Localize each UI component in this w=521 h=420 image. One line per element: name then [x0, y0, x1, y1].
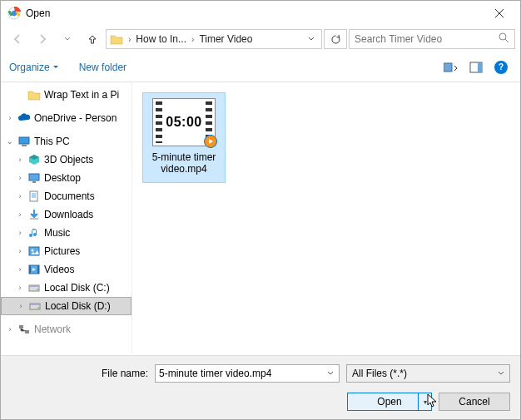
back-button[interactable]	[6, 29, 29, 49]
chevron-right-icon: ›	[191, 35, 194, 44]
window-title: Open	[26, 7, 482, 19]
search-icon	[499, 32, 509, 46]
onedrive-icon	[17, 111, 31, 125]
expand-icon[interactable]: ›	[16, 284, 24, 292]
pics-icon	[27, 245, 41, 258]
folder-icon	[110, 32, 123, 46]
tree-item[interactable]: ›Documents	[1, 187, 131, 205]
main-area: Wrap Text in a Pi›OneDrive - Person⌄This…	[1, 82, 520, 353]
tree-item[interactable]: ›OneDrive - Person	[1, 109, 131, 127]
music-icon	[27, 226, 41, 240]
filename-input[interactable]	[159, 368, 325, 379]
tree-item[interactable]: ›Downloads	[1, 205, 131, 224]
svg-rect-20	[30, 304, 40, 305]
view-button[interactable]	[440, 58, 462, 77]
expand-icon[interactable]: ›	[16, 247, 24, 255]
tree-item[interactable]: ›Local Disk (C:)	[1, 279, 131, 297]
search-input[interactable]	[355, 33, 499, 45]
svg-rect-22	[19, 325, 23, 329]
tree-label: Local Disk (C:)	[44, 282, 110, 294]
svg-rect-6	[19, 137, 29, 144]
tree-label: Videos	[44, 264, 74, 275]
file-thumbnail: 05:00	[152, 98, 216, 146]
disk-icon	[27, 281, 41, 294]
tree-item[interactable]: ›Local Disk (D:)	[1, 297, 131, 315]
breadcrumb-seg-1[interactable]: Timer Video	[199, 33, 252, 45]
svg-rect-15	[37, 265, 39, 274]
svg-point-21	[37, 307, 39, 309]
forward-button[interactable]	[31, 29, 54, 49]
close-button[interactable]	[482, 2, 517, 25]
tree-item[interactable]: ›Music	[1, 224, 131, 242]
tree-item[interactable]: ›Network	[1, 320, 131, 338]
search-box[interactable]	[349, 29, 515, 49]
svg-point-2	[499, 33, 506, 40]
cursor-icon	[427, 393, 439, 411]
chevron-right-icon: ›	[128, 35, 131, 44]
svg-rect-3	[444, 63, 452, 72]
expand-icon[interactable]: ›	[16, 156, 24, 164]
address-dropdown[interactable]	[305, 33, 318, 45]
expand-icon[interactable]: ›	[16, 192, 24, 200]
nav-tree[interactable]: Wrap Text in a Pi›OneDrive - Person⌄This…	[1, 82, 132, 353]
pc-icon	[17, 135, 31, 148]
expand-icon[interactable]: ›	[6, 114, 14, 122]
tree-item[interactable]: ›Pictures	[1, 242, 131, 260]
up-button[interactable]	[81, 29, 104, 49]
svg-point-12	[32, 250, 34, 252]
filename-label: File name:	[11, 368, 148, 379]
tree-label: OneDrive - Person	[34, 112, 117, 124]
tree-item[interactable]: ›Videos	[1, 260, 131, 279]
expand-icon[interactable]: ›	[16, 265, 24, 274]
recent-dropdown[interactable]	[56, 29, 79, 49]
new-folder-button[interactable]: New folder	[79, 62, 127, 73]
tree-label: Downloads	[44, 209, 93, 220]
organize-label: Organize	[9, 62, 50, 73]
tree-label: Music	[44, 227, 70, 239]
organize-menu[interactable]: Organize	[9, 62, 59, 73]
tree-label: Desktop	[44, 172, 81, 184]
tree-label: Pictures	[44, 245, 80, 257]
net-icon	[17, 323, 31, 336]
svg-rect-7	[22, 145, 27, 146]
svg-point-18	[37, 289, 38, 290]
tree-item[interactable]: ›Desktop	[1, 169, 131, 187]
expand-icon[interactable]: ›	[6, 325, 14, 334]
cancel-button[interactable]: Cancel	[439, 393, 510, 411]
nav-toolbar: › How to In... › Timer Video	[1, 26, 520, 52]
folder-icon	[27, 88, 41, 101]
file-type-filter[interactable]: All Files (*.*)	[346, 364, 510, 383]
open-label: Open	[377, 396, 401, 408]
expand-icon[interactable]: ›	[16, 229, 24, 237]
command-toolbar: Organize New folder ?	[1, 52, 520, 82]
filename-dropdown[interactable]	[325, 368, 335, 379]
svg-rect-17	[29, 285, 39, 287]
3d-icon	[27, 153, 41, 166]
expand-icon[interactable]: ›	[17, 302, 25, 310]
expand-icon[interactable]: ›	[16, 210, 24, 219]
file-name-label: 5-minute timer video.mp4	[146, 151, 221, 175]
help-button[interactable]: ?	[490, 58, 512, 77]
titlebar: Open	[1, 1, 520, 26]
bottom-panel: File name: All Files (*.*) Open ▾ Cancel	[1, 355, 520, 419]
expand-icon[interactable]: ›	[16, 174, 24, 182]
expand-icon[interactable]: ⌄	[6, 137, 14, 146]
address-bar[interactable]: › How to In... › Timer Video	[106, 29, 322, 49]
preview-pane-button[interactable]	[465, 58, 487, 77]
tree-item[interactable]: ›3D Objects	[1, 151, 131, 169]
filename-combobox[interactable]	[155, 364, 340, 383]
play-icon	[204, 135, 217, 148]
file-item-selected[interactable]: 05:00 5-minute timer video.mp4	[142, 92, 226, 183]
open-button[interactable]: Open ▾	[347, 393, 432, 411]
tree-item[interactable]: Wrap Text in a Pi	[1, 86, 131, 104]
vids-icon	[27, 263, 41, 276]
tree-label: Local Disk (D:)	[45, 300, 111, 312]
chrome-icon	[7, 7, 21, 20]
breadcrumb-seg-0[interactable]: How to In...	[136, 33, 186, 45]
docs-icon	[27, 190, 41, 203]
svg-rect-8	[29, 174, 39, 180]
disk-icon	[28, 299, 42, 313]
file-list[interactable]: 05:00 5-minute timer video.mp4	[132, 82, 520, 353]
refresh-button[interactable]	[324, 29, 347, 49]
tree-item[interactable]: ⌄This PC	[1, 132, 131, 151]
